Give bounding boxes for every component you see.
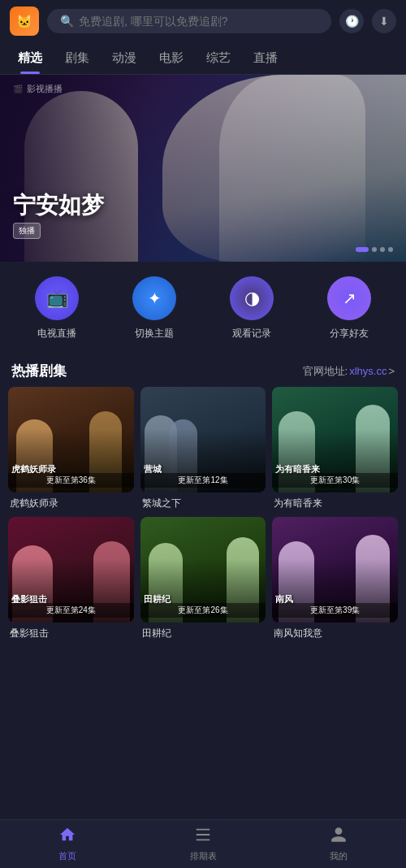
share-label: 分享好友	[330, 327, 369, 341]
history-icon: ◑	[230, 276, 274, 320]
hot-section-title: 热播剧集	[11, 362, 67, 380]
tab-movies[interactable]: 电影	[148, 42, 195, 74]
quick-action-theme[interactable]: ✦ 切换主题	[132, 276, 176, 341]
hero-banner[interactable]: 🎬 影视播播 宁安如梦 独播	[0, 75, 406, 262]
drama-card-4[interactable]: 叠影狙击 更新至第24集 叠影狙击	[8, 517, 134, 640]
profile-label: 我的	[330, 850, 348, 862]
drama-thumb-3: 为有暗香来 更新至第30集	[272, 387, 398, 493]
download-icon-button[interactable]: ⬇	[372, 9, 396, 33]
header: 🐱 🔍 🕐 ⬇	[0, 0, 406, 42]
drama-thumb-1: 虎鹤妖师录 更新至第36集	[8, 387, 134, 493]
history-label: 观看记录	[232, 327, 271, 341]
drama-title-2: 繁城之下	[140, 493, 266, 510]
theme-icon: ✦	[132, 276, 176, 320]
drama-thumb-5: 田耕纪 更新至第26集	[140, 517, 266, 623]
drama-title-5: 田耕纪	[140, 623, 266, 640]
drama-episode-5: 更新至第26集	[140, 603, 266, 618]
drama-title-1: 虎鹤妖师录	[8, 493, 134, 510]
download-icon: ⬇	[379, 15, 389, 28]
bottom-nav-profile[interactable]: 我的	[270, 819, 406, 868]
hero-dot-3	[380, 247, 385, 252]
drama-episode-4: 更新至第24集	[8, 603, 134, 618]
quick-actions: 📺 电视直播 ✦ 切换主题 ◑ 观看记录 ↗ 分享好友	[0, 262, 406, 355]
hero-title: 宁安如梦	[13, 190, 104, 221]
search-input[interactable]	[79, 15, 318, 28]
official-site-prefix: 官网地址:	[303, 364, 348, 379]
schedule-label: 排期表	[190, 850, 217, 862]
hero-dot-4	[388, 247, 393, 252]
official-site-url: xlhys.cc	[349, 365, 387, 377]
clock-icon-button[interactable]: 🕐	[339, 9, 364, 33]
drama-card-2[interactable]: 营城 更新至第12集 繁城之下	[140, 387, 266, 510]
nav-tabs: 精选 剧集 动漫 电影 综艺 直播	[0, 42, 406, 75]
hero-banner-overlay	[0, 75, 406, 262]
hot-section-header: 热播剧集 官网地址: xlhys.cc >	[0, 355, 406, 387]
tab-series[interactable]: 剧集	[54, 42, 101, 74]
drama-thumb-4: 叠影狙击 更新至第24集	[8, 517, 134, 623]
drama-card-5[interactable]: 田耕纪 更新至第26集 田耕纪	[140, 517, 266, 640]
drama-title-4: 叠影狙击	[8, 623, 134, 640]
drama-card-1[interactable]: 虎鹤妖师录 更新至第36集 虎鹤妖师录	[8, 387, 134, 510]
drama-episode-3: 更新至第30集	[272, 473, 398, 488]
tv-label: 电视直播	[37, 327, 76, 341]
drama-episode-6: 更新至第39集	[272, 603, 398, 618]
hero-pagination	[356, 247, 393, 252]
bottom-nav-schedule[interactable]: 排期表	[136, 819, 271, 868]
drama-thumb-2: 营城 更新至第12集	[140, 387, 266, 493]
drama-card-3[interactable]: 为有暗香来 更新至第30集 为有暗香来	[272, 387, 398, 510]
hero-badge: 独播	[13, 223, 41, 239]
bottom-nav-home[interactable]: 首页	[0, 819, 136, 868]
bottom-nav: 首页 排期表 我的	[0, 819, 406, 868]
header-icons: 🕐 ⬇	[339, 9, 396, 33]
profile-icon	[330, 826, 348, 848]
theme-label: 切换主题	[135, 327, 174, 341]
hero-dot-2	[372, 247, 377, 252]
drama-title-6: 南风知我意	[272, 623, 398, 640]
chevron-right-icon: >	[388, 365, 395, 377]
tab-featured[interactable]: 精选	[6, 42, 54, 74]
official-site-link[interactable]: 官网地址: xlhys.cc >	[303, 364, 395, 379]
quick-action-tv[interactable]: 📺 电视直播	[35, 276, 79, 341]
drama-episode-2: 更新至第12集	[140, 473, 266, 488]
drama-thumb-6: 南风 更新至第39集	[272, 517, 398, 623]
search-icon: 🔍	[60, 15, 74, 28]
schedule-icon	[194, 826, 212, 848]
hero-dot-1	[356, 247, 369, 252]
drama-card-6[interactable]: 南风 更新至第39集 南风知我意	[272, 517, 398, 640]
tab-anime[interactable]: 动漫	[101, 42, 148, 74]
search-bar[interactable]: 🔍	[47, 9, 331, 33]
tab-live[interactable]: 直播	[242, 42, 289, 74]
quick-action-share[interactable]: ↗ 分享好友	[327, 276, 371, 341]
tab-variety[interactable]: 综艺	[195, 42, 242, 74]
drama-title-3: 为有暗香来	[272, 493, 398, 510]
home-label: 首页	[58, 850, 76, 862]
clock-icon: 🕐	[345, 15, 359, 28]
share-icon: ↗	[327, 276, 371, 320]
drama-episode-1: 更新至第36集	[8, 473, 134, 488]
hero-brand: 🎬 影视播播	[13, 83, 63, 95]
drama-grid: 虎鹤妖师录 更新至第36集 虎鹤妖师录 营城 更新至第12集 繁城之下	[0, 387, 406, 649]
app-logo: 🐱	[10, 7, 39, 36]
tv-icon: 📺	[35, 276, 79, 320]
home-icon	[58, 826, 76, 848]
quick-action-history[interactable]: ◑ 观看记录	[230, 276, 274, 341]
